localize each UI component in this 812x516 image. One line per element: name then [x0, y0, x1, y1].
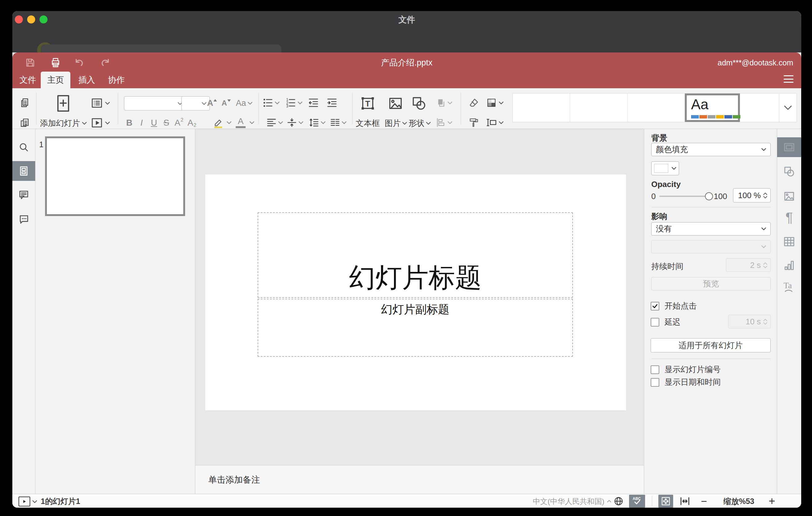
increase-font-size-button[interactable]: A: [205, 96, 219, 110]
language-indicator[interactable]: 中文(中华人民共和国): [533, 497, 604, 506]
slide-canvas[interactable]: 幻灯片标题 幻灯片副标题: [205, 174, 626, 410]
chart-settings-icon[interactable]: [777, 256, 801, 275]
bold-button[interactable]: B: [123, 116, 135, 130]
text-box-icon[interactable]: T: [358, 94, 377, 113]
copy-icon[interactable]: [18, 96, 31, 109]
font-color-arrow[interactable]: [249, 118, 255, 127]
theme-swatch: [716, 115, 724, 118]
opacity-value-spinner[interactable]: 100 %: [733, 188, 771, 202]
arrange-shape-button[interactable]: [434, 96, 454, 110]
background-fill-select[interactable]: 颜色填充: [651, 143, 771, 156]
menu-icon[interactable]: [784, 75, 793, 83]
decrease-indent-icon[interactable]: [306, 96, 321, 110]
opacity-slider-track[interactable]: [659, 196, 709, 197]
font-color-button[interactable]: A: [234, 115, 248, 130]
line-spacing-button[interactable]: [307, 115, 327, 130]
italic-button[interactable]: I: [136, 116, 147, 130]
image-icon[interactable]: [386, 94, 405, 113]
notes-area[interactable]: 单击添加备注: [195, 465, 644, 494]
theme-thumbnail-selected[interactable]: Aa: [685, 93, 740, 122]
shape-icon[interactable]: [410, 94, 428, 113]
theme-thumbnail[interactable]: [740, 93, 779, 122]
tab-collaboration[interactable]: 协作: [103, 71, 130, 88]
columns-button[interactable]: [328, 115, 348, 130]
show-slide-number-checkbox[interactable]: [651, 365, 659, 374]
subtitle-placeholder[interactable]: 幻灯片副标题: [258, 299, 573, 357]
start-on-click-label: 开始点击: [665, 300, 697, 311]
tab-home[interactable]: 主页: [41, 71, 70, 88]
shape-button[interactable]: 形状: [406, 118, 433, 128]
tab-file[interactable]: 文件: [15, 71, 41, 88]
bold-label: B: [126, 118, 132, 128]
theme-colors-button[interactable]: [484, 96, 505, 110]
superscript-button[interactable]: A 2: [173, 116, 185, 130]
decrease-font-size-button[interactable]: A: [220, 96, 233, 110]
numbered-list-button[interactable]: 123: [284, 96, 303, 110]
apply-to-all-slides-button[interactable]: 适用于所有幻灯片: [651, 338, 771, 352]
slide-thumbnail[interactable]: [45, 136, 185, 216]
paint-roller-icon[interactable]: [466, 115, 482, 130]
duration-spinner: 2 s: [726, 258, 771, 272]
theme-thumbnail[interactable]: [628, 93, 685, 122]
theme-gallery: Aa: [513, 93, 797, 122]
paragraph-settings-icon[interactable]: ¶: [777, 208, 801, 227]
zoom-in-button[interactable]: +: [765, 496, 779, 507]
slides-panel-icon[interactable]: [12, 161, 35, 181]
text-art-settings-icon[interactable]: Ta: [777, 277, 801, 296]
theme-swatch: [724, 115, 732, 118]
paste-icon[interactable]: [18, 116, 31, 129]
image-button[interactable]: 图片: [382, 118, 409, 128]
start-slideshow-button[interactable]: [89, 115, 111, 130]
title-placeholder[interactable]: 幻灯片标题: [258, 212, 573, 298]
delay-value: 10 s: [746, 317, 761, 326]
zoom-out-button[interactable]: −: [698, 496, 710, 507]
increase-indent-icon[interactable]: [324, 96, 339, 110]
delay-row: 延迟: [651, 317, 680, 327]
strikethrough-button[interactable]: S: [161, 116, 172, 130]
italic-label: I: [140, 118, 143, 128]
slide-settings-icon[interactable]: [777, 137, 801, 157]
subscript-button[interactable]: A 2: [186, 116, 198, 130]
theme-gallery-expand-icon[interactable]: [779, 93, 796, 122]
slide-size-button[interactable]: [484, 115, 505, 130]
fit-width-icon[interactable]: [678, 496, 692, 507]
start-on-click-checkbox[interactable]: [651, 302, 659, 311]
comments-icon[interactable]: [12, 186, 35, 204]
text-box-button[interactable]: 文本框: [353, 118, 382, 128]
add-slide-button[interactable]: 添加幻灯片: [39, 118, 88, 128]
language-caret-icon[interactable]: [606, 498, 612, 505]
horizontal-align-button[interactable]: [265, 115, 285, 130]
chat-icon[interactable]: [12, 210, 35, 228]
image-settings-icon[interactable]: [777, 187, 801, 206]
theme-thumbnail[interactable]: [513, 93, 570, 122]
bullet-list-button[interactable]: [261, 96, 281, 110]
opacity-slider-thumb[interactable]: [705, 192, 713, 200]
right-sidebar: ¶ Ta: [777, 129, 801, 494]
fit-slide-icon[interactable]: [658, 495, 673, 508]
show-date-checkbox[interactable]: [651, 378, 659, 387]
underline-button[interactable]: U: [148, 116, 160, 130]
background-color-picker[interactable]: [651, 162, 679, 175]
eraser-icon[interactable]: [466, 96, 482, 110]
add-slide-icon[interactable]: [49, 94, 78, 113]
align-shape-button[interactable]: [434, 115, 454, 130]
vertical-align-button[interactable]: [285, 115, 305, 130]
slide-layout-button[interactable]: [89, 96, 111, 111]
spell-check-icon[interactable]: ABC: [629, 495, 645, 508]
font-name-select[interactable]: [124, 96, 186, 111]
effect-select[interactable]: 没有: [651, 222, 771, 235]
background-color-swatch: [654, 164, 668, 173]
spellcheck-language-globe-icon[interactable]: [612, 495, 625, 507]
effect-section-label: 影响: [651, 211, 667, 222]
tab-insert[interactable]: 插入: [73, 71, 100, 88]
table-settings-icon[interactable]: [777, 232, 801, 252]
shape-settings-icon[interactable]: [777, 162, 801, 181]
slideshow-options-arrow[interactable]: [31, 498, 38, 505]
search-icon[interactable]: [12, 138, 35, 156]
highlight-color-arrow[interactable]: [226, 118, 232, 127]
highlight-color-icon[interactable]: [211, 116, 226, 130]
start-slideshow-status-icon[interactable]: [19, 496, 30, 507]
change-case-button[interactable]: Aa: [233, 96, 255, 110]
theme-thumbnail[interactable]: [570, 93, 628, 122]
delay-checkbox[interactable]: [651, 318, 659, 326]
